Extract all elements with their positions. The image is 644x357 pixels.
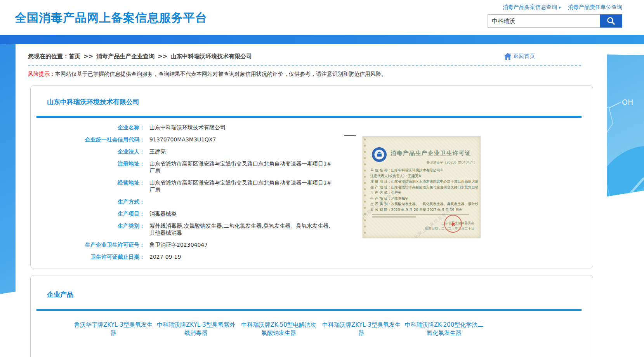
field-row: 生产企业卫生许可证号：鲁卫消证字202304047 <box>31 241 593 248</box>
field-row: 经营地址：山东省潍坊市高新区潍安路与宝通街交叉路口东北角自动变速器一期项目1#厂… <box>31 179 593 193</box>
header-right: 消毒产品备案信息查询▾ 消毒产品责任单位查询 <box>459 4 622 28</box>
company-products-card: 企业产品 鲁沃华宇牌ZKYL-3型臭氧发生器 中科瑞沃牌ZKYL-3型臭氧紫外线… <box>30 275 593 357</box>
breadcrumb-current-page: 山东中科瑞沃环境技术有限公司 <box>170 53 252 60</box>
company-info-card: 山东中科瑞沃环境技术有限公司 企业名称：山东中科瑞沃环境技术有限公司 企业统一社… <box>30 85 593 268</box>
page-header: 全国消毒产品网上备案信息服务平台 消毒产品备案信息查询▾ 消毒产品责任单位查询 <box>0 0 644 35</box>
site-title: 全国消毒产品网上备案信息服务平台 <box>15 10 207 26</box>
field-row: 生产类别：紫外线消毒器,次氯酸钠发生器,二氧化氯发生器,臭氧发生器、臭氧水发生器… <box>31 222 593 236</box>
product-list: 鲁沃华宇牌ZKYL-3型臭氧发生器 中科瑞沃牌ZKYL-3型臭氧紫外线消毒器 中… <box>73 321 593 337</box>
top-nav: 消毒产品备案信息查询▾ 消毒产品责任单位查询 <box>459 4 622 11</box>
risk-notice-label: 风险提示： <box>28 71 55 77</box>
certificate-perforation <box>363 136 367 238</box>
field-row: 生产方式： <box>31 198 593 205</box>
chevron-down-icon: ▾ <box>559 5 561 10</box>
card-title-underline <box>36 116 582 118</box>
search-input[interactable] <box>488 14 600 28</box>
search-icon <box>606 16 616 26</box>
breadcrumb-home-link[interactable]: 首页 <box>69 53 80 60</box>
breadcrumb-separator: >> <box>158 53 167 60</box>
company-fields: 企业名称：山东中科瑞沃环境技术有限公司 企业统一社会信用代码：91370700M… <box>31 124 593 260</box>
risk-notice-text: 本网站仅基于已掌握的信息提供查询服务，查询结果不代表本网站对被查询对象信用状况的… <box>55 71 387 77</box>
certificate-emblem-icon <box>371 146 387 163</box>
search-bar <box>459 14 622 28</box>
breadcrumb-prefix: 您现在的位置： <box>28 53 69 60</box>
back-home-label: 返回首页 <box>513 53 535 60</box>
breadcrumb-query-link[interactable]: 消毒产品生产企业查询 <box>96 53 154 60</box>
breadcrumb: 您现在的位置：首页>>消毒产品生产企业查询>>山东中科瑞沃环境技术有限公司 <box>28 53 252 60</box>
certificate-number: 鲁卫消证字（2023）第04047号 <box>427 160 475 165</box>
company-card-title: 山东中科瑞沃环境技术有限公司 <box>31 86 593 106</box>
risk-notice: 风险提示：本网站仅基于已掌握的信息提供查询服务，查询结果不代表本网站对被查询对象… <box>16 66 607 78</box>
field-row: 生产项目：消毒器械类 <box>31 210 593 217</box>
certificate-body: 单 位 名 称：山东中科瑞沃环境技术有限公司※ 法定代表人(或负责人)：王建亮※… <box>370 167 478 212</box>
product-link[interactable]: 中科瑞沃牌ZK-200型化学法二氧化氯发生器 <box>404 321 484 337</box>
certificate-title: 消毒产品生产企业卫生许可证 <box>391 150 471 157</box>
product-link[interactable]: 鲁沃华宇牌ZKYL-3型臭氧发生器 <box>73 321 153 337</box>
blue-banner-bar <box>0 35 644 44</box>
search-button[interactable] <box>600 14 622 28</box>
field-row: 企业法人：王建亮 <box>31 148 593 155</box>
product-link[interactable]: 中科瑞沃牌ZKYL-3型臭氧紫外线消毒器 <box>156 321 236 337</box>
hygiene-license-certificate-image: 消毒产品生产企业卫生许可证 鲁卫消证字（2023）第04047号 单 位 名 称… <box>363 136 481 238</box>
nav-link-responsible-unit-query[interactable]: 消毒产品责任单位查询 <box>568 4 622 10</box>
collapse-dash <box>344 135 356 136</box>
field-row: 企业名称：山东中科瑞沃环境技术有限公司 <box>31 124 593 131</box>
svg-text:OH: OH <box>622 98 633 106</box>
product-link[interactable]: 中科瑞沃牌ZK-50型电解法次氯酸钠发生器 <box>239 321 319 337</box>
field-row: 企业统一社会信用代码：91370700MA3M3U1QX7 <box>31 136 593 143</box>
nav-link-record-info-query[interactable]: 消毒产品备案信息查询 <box>503 4 557 10</box>
breadcrumb-row: 您现在的位置：首页>>消毒产品生产企业查询>>山东中科瑞沃环境技术有限公司 返回… <box>16 44 607 60</box>
field-row: 注册地址：山东省潍坊市高新区潍安路与宝通街交叉路口东北角自动变速器一期项目1#厂… <box>31 160 593 174</box>
product-link[interactable]: 中科瑞沃牌ZKYL-3型臭氧发生器 <box>321 321 401 337</box>
products-card-title: 企业产品 <box>31 275 593 299</box>
breadcrumb-separator: >> <box>83 53 93 60</box>
main-content: 您现在的位置：首页>>消毒产品生产企业查询>>山东中科瑞沃环境技术有限公司 返回… <box>16 44 607 357</box>
back-home-link[interactable]: 返回首页 <box>503 52 535 60</box>
home-icon <box>503 52 512 60</box>
field-row: 卫生许可证截止日期：2027-09-19 <box>31 253 593 260</box>
card-title-underline <box>36 309 582 311</box>
